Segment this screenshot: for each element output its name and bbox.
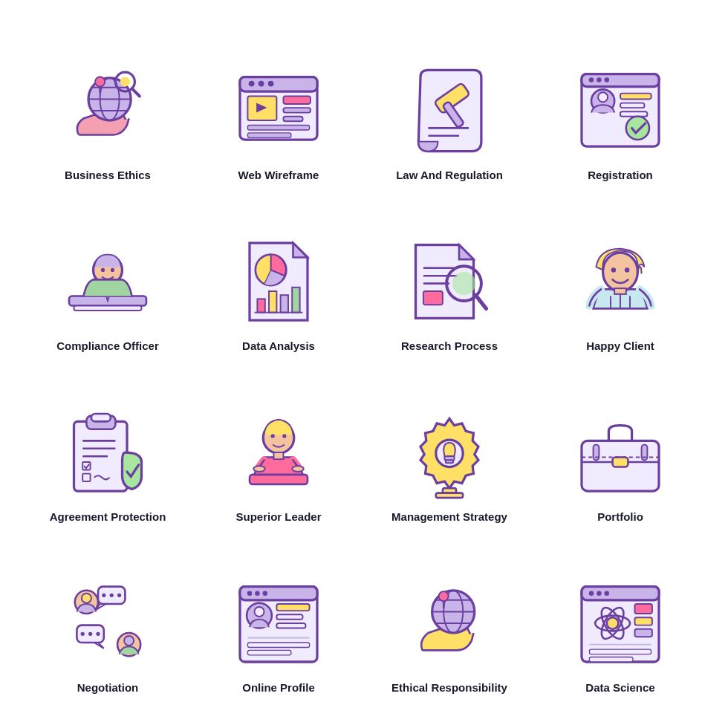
svg-rect-35 (620, 111, 647, 117)
label-research: Research Process (401, 339, 498, 354)
icon-happy-client (572, 233, 669, 330)
svg-point-99 (124, 635, 134, 645)
svg-rect-54 (423, 291, 443, 305)
icon-cell-agreement: Agreement Protection (26, 368, 189, 531)
svg-point-128 (605, 591, 610, 596)
svg-point-59 (611, 267, 617, 273)
icon-negotiation (59, 575, 156, 672)
svg-point-122 (439, 591, 449, 601)
svg-line-7 (132, 88, 140, 96)
svg-point-29 (597, 77, 602, 82)
svg-rect-67 (91, 414, 111, 421)
svg-point-28 (589, 77, 594, 82)
icon-research (401, 233, 498, 330)
svg-point-127 (597, 591, 602, 596)
svg-point-13 (259, 80, 264, 86)
icon-cell-data-analysis: Data Analysis (197, 197, 360, 360)
icon-cell-web-wireframe: Web Wireframe (197, 26, 360, 189)
svg-point-93 (82, 593, 91, 602)
label-agreement: Agreement Protection (50, 510, 166, 524)
svg-rect-18 (284, 108, 311, 113)
svg-point-6 (120, 77, 130, 86)
svg-point-32 (598, 92, 608, 102)
svg-point-106 (247, 591, 253, 596)
svg-rect-17 (284, 96, 311, 103)
svg-rect-74 (250, 474, 308, 484)
svg-rect-46 (257, 299, 264, 312)
label-ethical: Ethical Responsibility (391, 680, 507, 695)
svg-rect-138 (589, 657, 633, 662)
icon-online-profile (230, 575, 327, 672)
label-law: Law And Regulation (396, 168, 503, 183)
icon-ethical (401, 575, 498, 672)
svg-point-129 (607, 617, 619, 629)
svg-rect-133 (635, 604, 652, 614)
svg-point-60 (625, 267, 630, 273)
icon-agreement (59, 404, 156, 501)
svg-point-42 (111, 267, 114, 271)
icon-leader (230, 404, 327, 501)
svg-point-8 (95, 77, 105, 86)
label-business-ethics: Business Ethics (65, 168, 151, 183)
icon-web-wireframe (230, 62, 327, 159)
icon-cell-law: Law And Regulation (368, 26, 531, 189)
svg-point-12 (249, 80, 255, 86)
icon-cell-data-science: Data Science (539, 539, 702, 702)
icon-grid: Business Ethics (11, 11, 717, 717)
svg-rect-61 (614, 288, 626, 294)
svg-rect-47 (269, 291, 276, 313)
svg-rect-137 (589, 649, 651, 654)
svg-point-101 (81, 631, 85, 635)
svg-rect-33 (620, 93, 651, 99)
label-registration: Registration (588, 168, 653, 183)
svg-point-80 (292, 466, 304, 472)
icon-cell-ethical: Ethical Responsibility (368, 539, 531, 702)
icon-portfolio (572, 404, 669, 501)
icon-business-ethics (59, 62, 156, 159)
svg-rect-49 (292, 287, 299, 312)
label-leader: Superior Leader (235, 510, 321, 524)
label-web-wireframe: Web Wireframe (238, 168, 319, 183)
svg-point-95 (102, 593, 105, 597)
icon-cell-portfolio: Portfolio (539, 368, 702, 531)
svg-point-108 (263, 591, 268, 596)
svg-point-79 (253, 466, 265, 472)
label-portfolio: Portfolio (597, 510, 643, 524)
svg-point-58 (603, 253, 638, 291)
icon-cell-negotiation: Negotiation (26, 539, 189, 702)
svg-rect-20 (247, 125, 309, 130)
icon-data-science (572, 575, 669, 672)
svg-rect-115 (247, 643, 309, 648)
svg-point-41 (101, 267, 105, 271)
icon-compliance (59, 233, 156, 330)
svg-point-103 (96, 631, 100, 635)
svg-rect-21 (247, 132, 291, 137)
svg-point-97 (117, 593, 121, 597)
svg-point-76 (271, 434, 275, 438)
svg-rect-34 (620, 103, 645, 108)
icon-data-analysis (230, 233, 327, 330)
label-management: Management Strategy (391, 510, 507, 524)
svg-rect-112 (276, 614, 302, 620)
svg-point-30 (605, 77, 610, 82)
svg-rect-116 (247, 650, 291, 655)
icon-registration (572, 62, 669, 159)
icon-cell-happy-client: Happy Client (539, 197, 702, 360)
svg-rect-85 (436, 493, 463, 498)
icon-cell-business-ethics: Business Ethics (26, 26, 189, 189)
icon-cell-registration: Registration (539, 26, 702, 189)
icon-cell-management: Management Strategy (368, 368, 531, 531)
label-negotiation: Negotiation (77, 680, 139, 695)
icon-cell-leader: Superior Leader (197, 368, 360, 531)
svg-point-107 (255, 591, 260, 596)
svg-point-96 (110, 593, 114, 597)
icon-cell-research: Research Process (368, 197, 531, 360)
label-data-analysis: Data Analysis (242, 339, 315, 354)
label-data-science: Data Science (585, 680, 654, 695)
label-compliance: Compliance Officer (56, 339, 159, 354)
svg-rect-134 (635, 617, 652, 625)
svg-point-126 (589, 591, 594, 596)
svg-rect-135 (635, 628, 652, 636)
icon-management (401, 404, 498, 501)
svg-point-77 (282, 434, 286, 438)
